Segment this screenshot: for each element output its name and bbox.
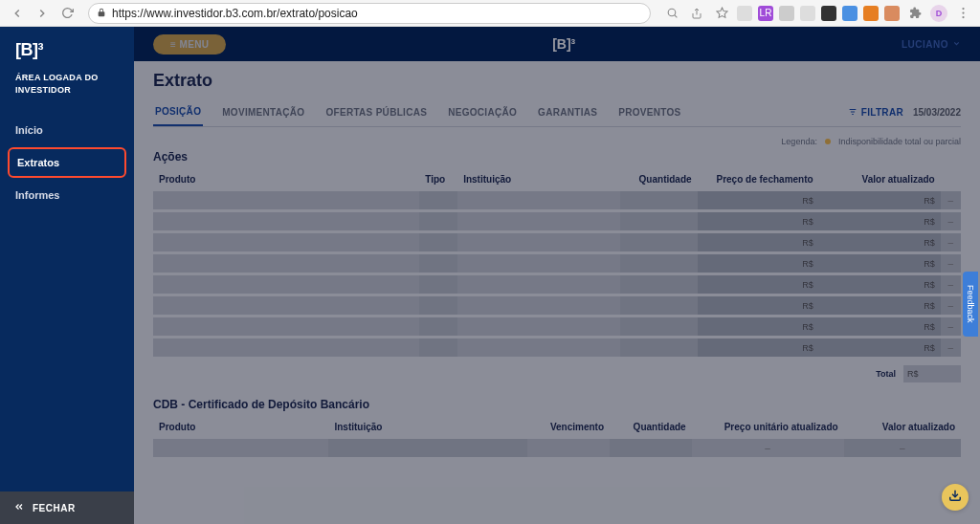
- sidebar-item-inicio[interactable]: Início: [0, 115, 134, 145]
- cell-dash: –: [941, 212, 961, 230]
- cell-instituicao: [457, 191, 619, 209]
- page-title: Extrato: [153, 71, 961, 91]
- url-bar[interactable]: https://www.investidor.b3.com.br/extrato…: [88, 3, 651, 24]
- share-icon[interactable]: [687, 4, 706, 23]
- cell-tipo: [419, 317, 457, 336]
- svg-point-5: [962, 11, 964, 13]
- cell-dash: –: [941, 338, 961, 357]
- cell-produto: [153, 254, 419, 273]
- cell-produto: [153, 439, 328, 457]
- sidebar-close-button[interactable]: FECHAR: [0, 491, 134, 524]
- col-produto: Produto: [153, 418, 328, 436]
- sidebar: [B]³ ÁREA LOGADA DO INVESTIDOR Início Ex…: [0, 27, 134, 524]
- cell-tipo: [419, 275, 457, 294]
- cell-instituicao: [457, 233, 619, 251]
- table-row: R$R$–: [153, 254, 961, 273]
- download-fab[interactable]: [942, 484, 969, 511]
- cell-produto: [153, 191, 419, 209]
- cell-dash: –: [941, 275, 961, 294]
- col-valor: Valor atualizado: [819, 170, 941, 188]
- tabs: POSIÇÃO MOVIMENTAÇÃO OFERTAS PÚBLICAS NE…: [153, 98, 961, 127]
- ext-icon-1[interactable]: [737, 6, 752, 21]
- star-icon[interactable]: [712, 4, 731, 23]
- chevron-down-icon: [952, 39, 961, 50]
- cell-preco: R$: [698, 212, 819, 230]
- filter-button[interactable]: FILTRAR: [848, 107, 903, 119]
- cell-instituicao: [457, 317, 619, 336]
- more-icon[interactable]: [953, 4, 972, 23]
- col-quantidade: Quantidade: [610, 418, 692, 436]
- cell-dash: –: [941, 191, 961, 209]
- chevron-left-icon: [13, 501, 25, 514]
- section-title-cdb: CDB - Certificado de Depósito Bancário: [153, 398, 961, 411]
- lock-icon: [97, 7, 106, 20]
- menu-button[interactable]: ≡ MENU: [153, 34, 226, 55]
- total-value: R$: [903, 365, 961, 382]
- user-menu[interactable]: LUCIANO: [902, 39, 961, 50]
- profile-avatar[interactable]: D: [930, 5, 947, 22]
- cell-quantidade: [620, 191, 698, 209]
- table-row: R$R$–: [153, 296, 961, 315]
- user-name-label: LUCIANO: [902, 39, 948, 50]
- ext-icon-6[interactable]: [842, 6, 858, 21]
- svg-marker-3: [717, 8, 727, 17]
- cell-valor: R$: [819, 317, 941, 336]
- topbar: ≡ MENU [B]³ LUCIANO: [134, 27, 980, 61]
- cell-preco: R$: [698, 233, 819, 251]
- table-row: R$R$–: [153, 275, 961, 294]
- table-header-row: Produto Tipo Instituição Quantidade Preç…: [153, 170, 961, 188]
- ext-icon-4[interactable]: [800, 6, 815, 21]
- cell-produto: [153, 338, 419, 357]
- cell-preco: R$: [698, 296, 819, 315]
- ext-icon-8[interactable]: [884, 6, 900, 21]
- puzzle-icon[interactable]: [905, 4, 924, 23]
- cell-dash: –: [941, 296, 961, 315]
- svg-point-6: [962, 16, 964, 18]
- browser-extensions: LR D: [662, 4, 972, 23]
- cell-quantidade: [620, 317, 698, 336]
- ext-icon-3[interactable]: [779, 6, 794, 21]
- cell-valor: R$: [819, 338, 941, 357]
- reload-button[interactable]: [57, 4, 77, 23]
- cell-valor: R$: [819, 296, 941, 315]
- back-button[interactable]: [8, 4, 27, 23]
- b3-logo: [B]³: [0, 27, 134, 68]
- col-preco: Preço unitário atualizado: [692, 418, 844, 436]
- cell-dash: –: [941, 233, 961, 251]
- cell-instituicao: [328, 439, 527, 457]
- ext-icon-7[interactable]: [863, 6, 879, 21]
- browser-toolbar: https://www.investidor.b3.com.br/extrato…: [0, 0, 980, 27]
- tab-proventos[interactable]: PROVENTOS: [616, 99, 682, 125]
- table-row: R$R$–: [153, 233, 961, 251]
- col-produto: Produto: [153, 170, 419, 188]
- sidebar-nav: Início Extratos Informes: [0, 109, 134, 210]
- sidebar-close-label: FECHAR: [33, 503, 76, 513]
- feedback-button[interactable]: Feedback: [963, 272, 978, 337]
- svg-point-0: [668, 9, 676, 16]
- section-title-acoes: Ações: [153, 150, 961, 164]
- ext-icon-5[interactable]: [821, 6, 836, 21]
- tab-movimentacao[interactable]: MOVIMENTAÇÃO: [220, 99, 306, 125]
- table-row: R$R$–: [153, 317, 961, 336]
- col-quantidade: Quantidade: [620, 170, 698, 188]
- col-instituicao: Instituição: [457, 170, 619, 188]
- cell-instituicao: [457, 338, 619, 357]
- col-valor: Valor atualizado: [844, 418, 961, 436]
- tab-posicao[interactable]: POSIÇÃO: [153, 98, 203, 126]
- table-header-row: Produto Instituição Vencimento Quantidad…: [153, 418, 961, 436]
- tab-ofertas[interactable]: OFERTAS PÚBLICAS: [323, 99, 429, 125]
- cell-instituicao: [457, 296, 619, 315]
- ext-icon-2[interactable]: LR: [758, 6, 773, 21]
- cell-preco: R$: [698, 338, 819, 357]
- cell-quantidade: [620, 338, 698, 357]
- col-preco: Preço de fechamento: [698, 170, 819, 188]
- zoom-icon[interactable]: [662, 4, 681, 23]
- cell-dash: –: [941, 254, 961, 273]
- cell-produto: [153, 275, 419, 294]
- sidebar-item-informes[interactable]: Informes: [0, 180, 134, 210]
- sidebar-item-extratos[interactable]: Extratos: [8, 147, 126, 178]
- forward-button[interactable]: [33, 4, 52, 23]
- date-display: 15/03/2022: [913, 107, 961, 118]
- tab-negociacao[interactable]: NEGOCIAÇÃO: [446, 99, 519, 125]
- tab-garantias[interactable]: GARANTIAS: [536, 99, 599, 125]
